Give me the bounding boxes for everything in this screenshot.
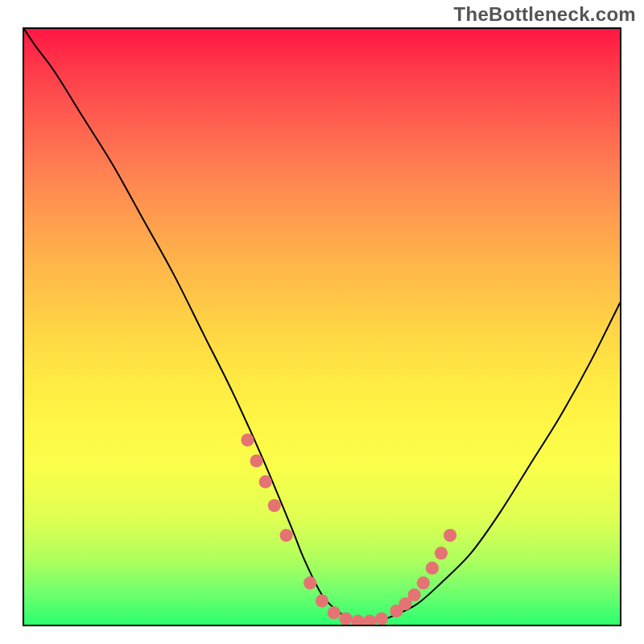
plot-area <box>23 27 621 626</box>
chart-container: TheBottleneck.com <box>0 0 644 644</box>
hotspot-marker <box>340 613 353 625</box>
bottleneck-curve <box>24 29 620 622</box>
hotspot-marker <box>435 547 448 559</box>
curve-svg <box>24 29 620 625</box>
hotspot-marker <box>351 615 364 625</box>
hotspot-marker <box>426 562 439 575</box>
hotspot-marker <box>363 615 376 625</box>
hotspot-marker <box>417 576 430 589</box>
hotspot-marker <box>241 434 254 447</box>
hotspot-marker <box>408 588 421 601</box>
hotspot-markers-group <box>241 434 456 625</box>
hotspot-marker <box>328 606 341 619</box>
watermark-text: TheBottleneck.com <box>454 3 636 26</box>
hotspot-marker <box>280 529 293 542</box>
hotspot-marker <box>303 576 316 589</box>
hotspot-marker <box>375 613 388 625</box>
hotspot-marker <box>259 475 272 488</box>
hotspot-marker <box>250 454 263 467</box>
hotspot-marker <box>316 594 328 607</box>
hotspot-marker <box>268 499 281 512</box>
hotspot-marker <box>444 529 456 542</box>
